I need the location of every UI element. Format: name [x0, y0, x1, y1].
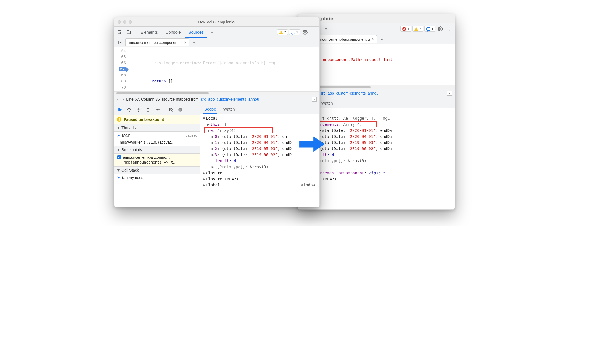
- tab-console[interactable]: Console: [162, 27, 184, 38]
- scope-tree[interactable]: ▼Local ▶this: t {http: Ae, logger: T, __…: [298, 108, 455, 209]
- deactivate-breakpoints-icon[interactable]: [167, 106, 175, 114]
- debugger-panel: Scope Watch ▼Local ▶this: t {http: Ae, l…: [298, 98, 455, 209]
- callstack-frame[interactable]: (anonymous): [114, 174, 200, 181]
- horizontal-scrollbar[interactable]: [114, 91, 319, 95]
- titlebar: Tools - angular.io/: [298, 14, 455, 23]
- tab-elements[interactable]: Elements: [137, 27, 161, 38]
- scope-tab[interactable]: Scope: [203, 105, 217, 114]
- scope-tabs: Scope Watch: [298, 98, 455, 108]
- svg-rect-12: [180, 109, 180, 111]
- toolbar: Sources » ✕1 2 1 ⋮: [298, 23, 455, 34]
- file-tabs: d8.js announcement-bar.component.ts× »: [298, 34, 455, 44]
- resume-icon[interactable]: [116, 106, 124, 114]
- kebab-icon[interactable]: ⋮: [445, 25, 453, 33]
- message-count-badge[interactable]: 1: [424, 26, 435, 32]
- device-icon[interactable]: [125, 28, 133, 36]
- line-gutter[interactable]: 64 65 66 67 68 69 70 71: [114, 47, 128, 91]
- threads-section[interactable]: ▼Threads: [114, 124, 200, 132]
- close-icon[interactable]: ×: [184, 40, 186, 45]
- toolbar: Elements Console Sources » 2 1 ⋮: [114, 27, 319, 38]
- tabs-overflow-icon[interactable]: »: [208, 28, 216, 36]
- svg-point-9: [148, 111, 148, 111]
- svg-rect-6: [118, 108, 119, 111]
- dropdown-icon[interactable]: ▾: [447, 91, 452, 96]
- tab-sources[interactable]: Sources: [185, 27, 207, 38]
- scope-tabs: Scope Watch: [200, 104, 319, 114]
- step-icon[interactable]: [153, 106, 161, 114]
- window-title: DevTools - angular.io/: [114, 20, 319, 24]
- pretty-print-icon[interactable]: { }: [117, 97, 124, 101]
- status-bar: pped from src_app_custom-elements_annou …: [298, 89, 455, 98]
- svg-point-10: [159, 109, 159, 110]
- thread-main[interactable]: Mainpaused: [114, 132, 200, 139]
- svg-point-4: [304, 31, 306, 33]
- info-icon: i: [117, 117, 121, 122]
- step-out-icon[interactable]: [144, 106, 152, 114]
- settings-icon[interactable]: [301, 28, 309, 36]
- debugger-panel: i Paused on breakpoint ▼Threads Mainpaus…: [114, 104, 319, 207]
- watch-tab[interactable]: Watch: [222, 105, 236, 114]
- breakpoints-section[interactable]: ▼Breakpoints: [114, 146, 200, 154]
- tabs-overflow-icon[interactable]: »: [190, 39, 198, 46]
- devtools-window-right: Tools - angular.io/ Sources » ✕1 2 1 ⋮ d…: [298, 14, 455, 210]
- titlebar: DevTools - angular.io/: [114, 17, 319, 27]
- thread-item[interactable]: ngsw-worker.js #7100 (activat…: [114, 139, 200, 146]
- step-over-icon[interactable]: [125, 106, 133, 114]
- devtools-window-left: DevTools - angular.io/ Elements Console …: [114, 17, 320, 207]
- scope-tree[interactable]: ▼Local ▶this: t ▼e: Array(4) ▶0: {startD…: [200, 114, 319, 207]
- cursor-location: Line 67, Column 35: [126, 97, 160, 101]
- source-map-link[interactable]: src_app_custom-elements_annou: [201, 97, 259, 101]
- status-bar: { } Line 67, Column 35 (source mapped fr…: [114, 95, 319, 104]
- pause-exceptions-icon[interactable]: [176, 106, 184, 114]
- svg-rect-3: [129, 31, 131, 34]
- file-tabs: announcement-bar.component.ts× »: [114, 38, 319, 47]
- settings-icon[interactable]: [436, 25, 444, 33]
- warning-count-badge[interactable]: 2: [412, 26, 423, 32]
- horizontal-scrollbar[interactable]: [298, 85, 455, 89]
- file-tab-active[interactable]: announcement-bar.component.ts×: [125, 38, 189, 46]
- file-tab-active[interactable]: announcement-bar.component.ts×: [314, 35, 377, 43]
- svg-point-7: [129, 111, 130, 112]
- tabs-overflow-icon[interactable]: »: [378, 35, 386, 43]
- svg-rect-2: [127, 30, 129, 34]
- code-editor[interactable]: 64 65 66 67 68 69 70 71 this.logger.erro…: [114, 47, 319, 91]
- dropdown-icon[interactable]: ▾: [312, 97, 317, 102]
- message-count-badge[interactable]: 1: [289, 29, 300, 35]
- tabs-overflow-icon[interactable]: »: [322, 25, 330, 33]
- paused-banner: i Paused on breakpoint: [114, 115, 200, 124]
- svg-point-0: [440, 28, 441, 30]
- source-map-link[interactable]: src_app_custom-elements_annou: [320, 91, 378, 95]
- kebab-icon[interactable]: ⋮: [310, 28, 318, 36]
- code-editor[interactable]: Error(`${announcementsPath} request fail…: [298, 44, 455, 85]
- step-into-icon[interactable]: [135, 106, 142, 114]
- navigator-icon[interactable]: [116, 39, 124, 46]
- breakpoint-item[interactable]: ✓announcement-bar.compo… map(announcemen…: [114, 154, 200, 166]
- checkbox-icon[interactable]: ✓: [117, 155, 121, 159]
- inspect-icon[interactable]: [116, 28, 124, 36]
- svg-point-8: [138, 111, 139, 111]
- callstack-section[interactable]: ▼Call Stack: [114, 166, 200, 174]
- traffic-lights[interactable]: [118, 20, 132, 24]
- svg-point-11: [178, 108, 182, 112]
- warning-count-badge[interactable]: 2: [277, 29, 288, 35]
- watch-tab[interactable]: Watch: [320, 98, 334, 108]
- error-count-badge[interactable]: ✕1: [400, 26, 411, 32]
- debugger-toolbar: [114, 104, 200, 115]
- close-icon[interactable]: ×: [372, 37, 374, 41]
- svg-rect-13: [181, 109, 181, 111]
